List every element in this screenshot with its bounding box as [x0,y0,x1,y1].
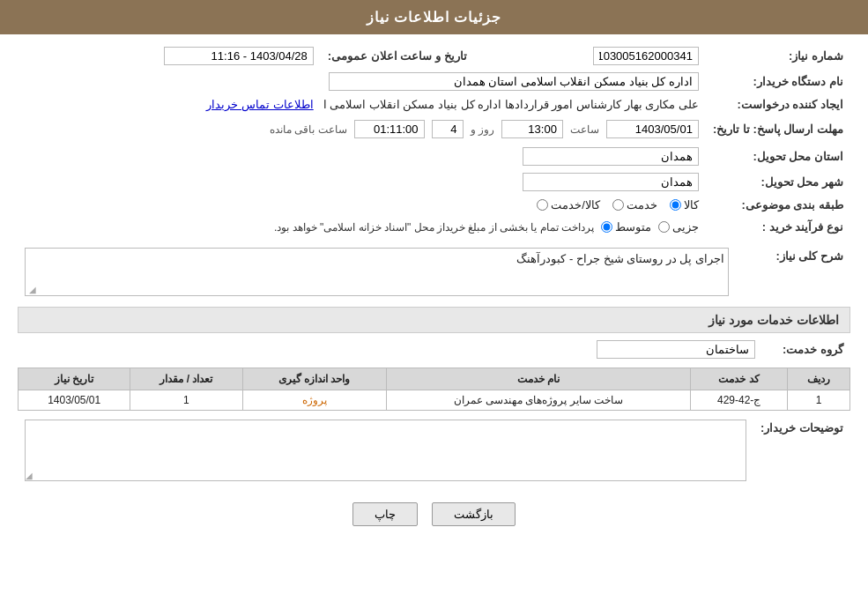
table-row: نوع فرآیند خرید : جزیی متوسط پرداخت تمام… [18,215,850,239]
process-mottavaset-radio[interactable] [601,221,612,233]
services-table-head: ردیف کد خدمت نام خدمت واحد اندازه گیری ت… [19,368,850,390]
table-row: مهلت ارسال پاسخ: تا تاریخ: ساعت روز و سا… [18,115,850,144]
table-row: ایجاد کننده درخواست: علی مکاری بهار کارش… [18,94,850,115]
service-group-input[interactable] [597,340,755,359]
cell-service_code: ج-42-429 [691,390,788,411]
cell-service_name: ساخت سایر پروژه‌های مهندسی عمران [386,390,691,411]
category-kala-text: کالا [684,198,699,212]
page-title: جزئیات اطلاعات نیاز [367,10,502,25]
province-input[interactable] [523,147,699,166]
process-label: نوع فرآیند خرید : [706,215,850,239]
process-mottavaset-label[interactable]: متوسط [601,220,651,234]
table-row: شرح کلی نیاز: اجرای پل در روستای شیخ جرا… [18,244,850,300]
buyer-org-label: نام دستگاه خریدار: [706,69,850,94]
services-section-label: اطلاعات خدمات مورد نیاز [708,313,839,327]
col-quantity: تعداد / مقدار [130,368,242,390]
description-area: اجرای پل در روستای شیخ جراح - کبودرآهنگ … [25,248,729,296]
main-content: شماره نیاز: تاریخ و ساعت اعلان عمومی: نا… [0,34,868,544]
city-input[interactable] [523,173,699,191]
need-number-input[interactable] [593,47,699,65]
col-date: تاریخ نیاز [19,368,130,390]
process-jozee-label[interactable]: جزیی [658,220,699,234]
category-kala-label[interactable]: کالا [670,198,699,212]
process-note: پرداخت تمام یا بخشی از مبلغ خریداز محل "… [274,221,594,234]
cell-quantity: 1 [130,390,242,411]
table-row: 1ج-42-429ساخت سایر پروژه‌های مهندسی عمرا… [19,390,850,411]
buyer-org-input[interactable] [329,72,699,91]
deadline-time-input[interactable] [501,120,563,138]
page-header: جزئیات اطلاعات نیاز [0,0,868,34]
table-row: نام دستگاه خریدار: [18,69,850,94]
table-row: طبقه بندی موضوعی: کالا خدمت کالا/خدمت [18,195,850,215]
category-khedmat-label[interactable]: خدمت [612,198,657,212]
category-khedmat-text: خدمت [627,198,657,212]
print-button[interactable]: چاپ [352,502,418,526]
deadline-label: مهلت ارسال پاسخ: تا تاریخ: [706,115,850,144]
info-table: شماره نیاز: تاریخ و ساعت اعلان عمومی: نا… [18,43,850,239]
deadline-remaining-input[interactable] [354,120,425,138]
col-service-name: نام خدمت [386,368,691,390]
col-row-num: ردیف [787,368,849,390]
category-both-radio[interactable] [537,199,548,211]
category-label: طبقه بندی موضوعی: [706,195,850,215]
buyer-desc-resize-handle[interactable]: ◢ [26,471,33,480]
category-both-text: کالا/خدمت [551,198,600,212]
buyer-desc-table: توضیحات خریدار: ◢ [18,416,850,485]
services-section-header: اطلاعات خدمات مورد نیاز [18,307,850,333]
table-header-row: ردیف کد خدمت نام خدمت واحد اندازه گیری ت… [19,368,850,390]
need-number-label: شماره نیاز: [706,43,850,69]
deadline-days-label: روز و [471,123,494,136]
service-group-label: گروه خدمت: [762,337,850,362]
service-group-table: گروه خدمت: [18,337,850,362]
process-jozee-text: جزیی [672,220,699,234]
category-kala-radio[interactable] [670,199,681,211]
creator-link[interactable]: اطلاعات تماس خریدار [206,98,313,111]
cell-date: 1403/05/01 [19,390,130,411]
services-table-body: 1ج-42-429ساخت سایر پروژه‌های مهندسی عمرا… [19,390,850,411]
description-label: شرح کلی نیاز: [736,244,850,300]
table-row: گروه خدمت: [18,337,850,362]
announce-date-input[interactable] [164,47,314,65]
category-both-label[interactable]: کالا/خدمت [537,198,600,212]
province-label: استان محل تحویل: [706,144,850,169]
services-table: ردیف کد خدمت نام خدمت واحد اندازه گیری ت… [18,368,850,411]
deadline-date-input[interactable] [606,120,699,138]
col-service-code: کد خدمت [691,368,788,390]
creator-label: ایجاد کننده درخواست: [706,94,850,115]
creator-value: علی مکاری بهار کارشناس امور قراردادها اد… [323,98,699,111]
process-jozee-radio[interactable] [658,221,670,233]
button-row: بازگشت چاپ [18,490,850,535]
city-label: شهر محل تحویل: [706,169,850,195]
category-khedmat-radio[interactable] [612,199,624,211]
deadline-days-input[interactable] [432,120,464,138]
deadline-remaining-label: ساعت باقی مانده [270,123,347,136]
table-row: استان محل تحویل: [18,144,850,169]
description-value: اجرای پل در روستای شیخ جراح - کبودرآهنگ [516,252,724,265]
cell-row_num: 1 [787,390,849,411]
buyer-desc-area: ◢ [25,420,746,481]
table-row: شهر محل تحویل: [18,169,850,195]
table-row: توضیحات خریدار: ◢ [18,416,850,485]
back-button[interactable]: بازگشت [432,502,516,526]
col-unit: واحد اندازه گیری [242,368,386,390]
table-row: شماره نیاز: تاریخ و ساعت اعلان عمومی: [18,43,850,69]
process-mottavaset-text: متوسط [615,220,651,234]
cell-unit: پروژه [242,390,386,411]
buyer-desc-label: توضیحات خریدار: [753,416,850,485]
page-wrapper: جزئیات اطلاعات نیاز شماره نیاز: تاریخ و … [0,0,868,609]
announce-date-label: تاریخ و ساعت اعلان عمومی: [321,43,485,69]
description-table: شرح کلی نیاز: اجرای پل در روستای شیخ جرا… [18,244,850,300]
deadline-time-label: ساعت [570,123,599,136]
resize-handle[interactable]: ◢ [26,285,36,295]
